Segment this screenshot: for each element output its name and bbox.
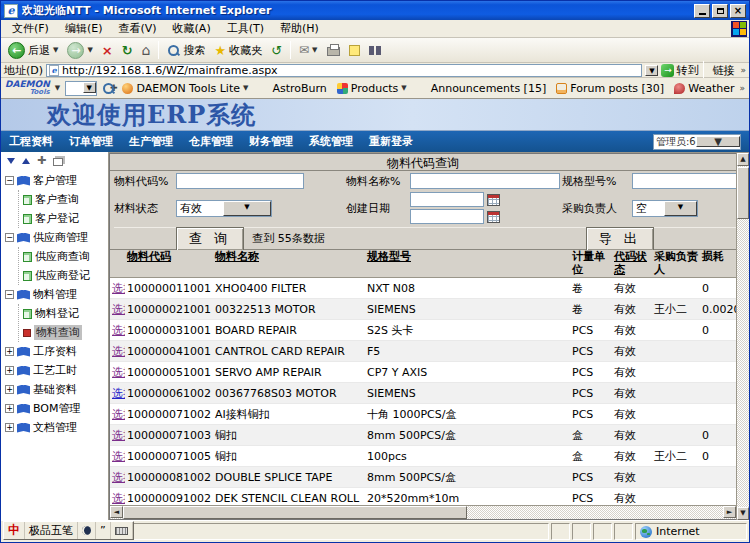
tree-expander-icon[interactable]: +: [5, 423, 14, 432]
menu-item-favorites[interactable]: 收藏(A): [166, 20, 218, 37]
move-icon[interactable]: ✚: [37, 154, 46, 167]
ime-punct-button[interactable]: ”: [96, 522, 111, 539]
link-announcements[interactable]: Announcements [15]: [417, 82, 547, 95]
name-input[interactable]: [410, 173, 560, 189]
column-header[interactable]: 规格型号: [365, 250, 570, 278]
stop-button[interactable]: ×: [99, 42, 116, 59]
scroll-left-icon[interactable]: ◄: [110, 506, 123, 518]
ime-softkbd-button[interactable]: [111, 522, 133, 539]
minimize-button[interactable]: [694, 4, 710, 18]
select-link[interactable]: 选择: [112, 409, 124, 421]
nav-item-system-mgmt[interactable]: 系统管理: [309, 134, 353, 149]
address-dropdown-button[interactable]: ▼: [645, 65, 658, 76]
collapse-all-icon[interactable]: [7, 158, 15, 164]
select-link[interactable]: 选择: [112, 346, 124, 358]
column-header[interactable]: 采购负责人: [652, 250, 700, 278]
forward-button[interactable]: → ▼: [64, 41, 95, 60]
date-to-input[interactable]: [410, 209, 484, 224]
buyer-select[interactable]: 空 ▼: [632, 200, 698, 217]
link-products[interactable]: Products▼: [337, 82, 407, 95]
select-link[interactable]: 选择: [112, 325, 124, 337]
tree-item-supplier-register[interactable]: 供应商登记: [23, 266, 108, 285]
scroll-up-icon[interactable]: ▲: [737, 153, 749, 166]
tree-group-process-data[interactable]: +工序资料: [5, 342, 108, 361]
tree-expander-icon[interactable]: +: [5, 366, 14, 375]
select-link[interactable]: 选择: [112, 283, 124, 295]
tree-item-customer-register[interactable]: 客户登记: [23, 209, 108, 228]
calendar-icon[interactable]: [487, 194, 500, 206]
go-button[interactable]: → 转到: [661, 63, 698, 78]
tree-expander-icon[interactable]: +: [5, 347, 14, 356]
spec-input[interactable]: [632, 173, 736, 189]
ime-fullhalf-button[interactable]: [78, 522, 96, 539]
tree-expander-icon[interactable]: −: [5, 233, 14, 242]
buyer-select-arrow[interactable]: ▼: [664, 201, 697, 216]
tree-group-document-mgmt[interactable]: +文档管理: [5, 418, 108, 437]
nav-item-engineering-data[interactable]: 工程资料: [9, 134, 53, 149]
select-link[interactable]: 选择: [112, 472, 124, 484]
ime-name-label[interactable]: 极品五笔: [29, 523, 73, 538]
links-chevron-icon[interactable]: »: [740, 65, 746, 75]
back-dropdown-icon[interactable]: ▼: [53, 46, 58, 54]
horizontal-scroll-thumb[interactable]: [123, 506, 467, 519]
link-daemon-tools-lite[interactable]: DAEMON Tools Lite▼: [122, 82, 248, 95]
calendar-icon[interactable]: [487, 211, 500, 223]
tree-group-customer-mgmt[interactable]: −客户管理: [5, 171, 108, 190]
daemon-search-dropdown[interactable]: ▼: [83, 82, 96, 93]
scroll-right-icon[interactable]: ►: [723, 506, 736, 518]
vertical-scroll-thumb[interactable]: [737, 167, 749, 219]
back-button[interactable]: ← 后退 ▼: [5, 41, 61, 60]
select-link[interactable]: 选择: [112, 304, 124, 316]
tree-item-material-query[interactable]: 物料查询: [23, 323, 108, 342]
horizontal-scrollbar[interactable]: ◄ ►: [110, 505, 736, 519]
select-link[interactable]: 选择: [112, 493, 124, 505]
home-button[interactable]: ⌂: [139, 41, 154, 59]
search-button[interactable]: 搜索: [164, 42, 208, 59]
tree-expander-icon[interactable]: −: [5, 290, 14, 299]
edit-button[interactable]: [346, 44, 363, 57]
nav-item-warehouse-mgmt[interactable]: 仓库管理: [189, 134, 233, 149]
linksbar-chevron-icon[interactable]: »: [739, 83, 745, 93]
menu-item-edit[interactable]: 编辑(E): [58, 20, 110, 37]
column-header[interactable]: 代码状态: [612, 250, 652, 278]
tree-group-craft-hours[interactable]: +工艺工时: [5, 361, 108, 380]
link-forum-posts[interactable]: Forum posts [30]: [556, 82, 664, 95]
scroll-down-icon[interactable]: ▼: [737, 507, 749, 520]
nav-item-relogin[interactable]: 重新登录: [369, 134, 413, 149]
column-header[interactable]: 损耗: [700, 250, 736, 278]
print-button[interactable]: [324, 43, 343, 57]
link-astroburn[interactable]: AstroBurn: [258, 82, 326, 95]
chevron-down-icon[interactable]: ▼: [401, 84, 406, 92]
tree-expander-icon[interactable]: −: [5, 176, 14, 185]
menu-item-view[interactable]: 查看(V): [111, 20, 163, 37]
column-header[interactable]: 计量单位: [570, 250, 612, 278]
tree-group-material-mgmt[interactable]: −物料管理: [5, 285, 108, 304]
column-header[interactable]: 物料名称: [213, 250, 365, 278]
date-from-input[interactable]: [410, 192, 484, 207]
history-button[interactable]: ↺: [268, 42, 285, 59]
discuss-button[interactable]: [366, 45, 384, 56]
tree-item-customer-query[interactable]: 客户查询: [23, 190, 108, 209]
nav-item-order-mgmt[interactable]: 订单管理: [69, 134, 113, 149]
chevron-down-icon[interactable]: ▼: [243, 84, 248, 92]
column-header[interactable]: 物料代码: [125, 250, 213, 278]
mail-dropdown-icon[interactable]: ▼: [312, 46, 317, 54]
forward-dropdown-icon[interactable]: ▼: [87, 46, 92, 54]
tree-expander-icon[interactable]: +: [5, 385, 14, 394]
status-select[interactable]: 有效 ▼: [176, 200, 272, 217]
user-select[interactable]: 管理员:600001 ▼: [653, 134, 741, 150]
export-button[interactable]: 导 出: [586, 227, 654, 251]
menu-item-file[interactable]: 文件(F): [5, 20, 56, 37]
select-link[interactable]: 选择: [112, 430, 124, 442]
close-button[interactable]: ×: [730, 4, 746, 18]
expand-all-icon[interactable]: [22, 158, 30, 164]
tree-group-base-data[interactable]: +基础资料: [5, 380, 108, 399]
link-weather[interactable]: Weather: [674, 82, 734, 95]
favorites-button[interactable]: ★ 收藏夹: [211, 42, 265, 59]
address-input[interactable]: e http://192.168.1.6/WZ/mainframe.aspx: [46, 64, 642, 77]
query-button[interactable]: 查 询: [176, 227, 244, 251]
tree-group-bom-mgmt[interactable]: +BOM管理: [5, 399, 108, 418]
nav-item-finance-mgmt[interactable]: 财务管理: [249, 134, 293, 149]
user-select-arrow[interactable]: ▼: [696, 136, 740, 147]
vertical-scrollbar[interactable]: ▲ ▼: [736, 153, 749, 520]
